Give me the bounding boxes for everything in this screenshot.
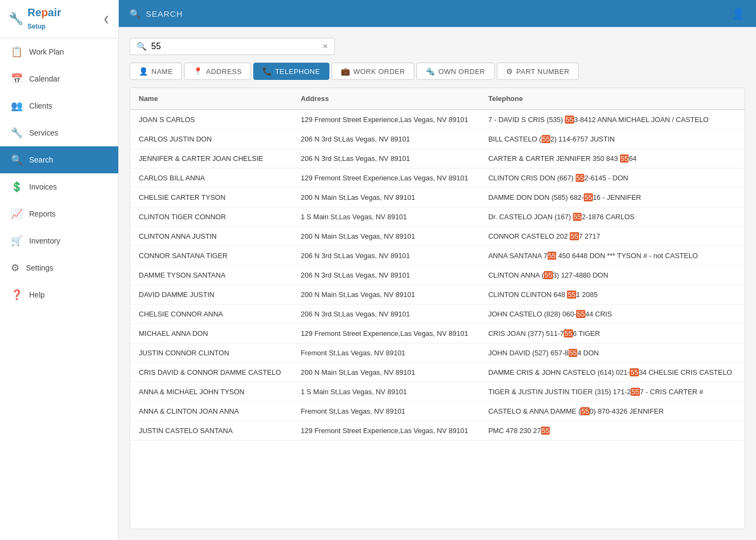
cell-telephone-6: CONNOR CASTELO 202 557 2717	[480, 227, 745, 246]
work-order-tab-icon: 💼	[341, 67, 350, 76]
table-row[interactable]: CARLOS JUSTIN DON206 N 3rd St,Las Vegas,…	[130, 130, 745, 149]
cell-address-15: Fremont St,Las Vegas, NV 89101	[292, 402, 480, 421]
table-header-row: Name Address Telephone	[130, 88, 745, 110]
sidebar-item-label-search: Search	[29, 156, 53, 164]
search-bar: 🔍 ×	[130, 38, 335, 55]
highlight-text: 55	[580, 407, 589, 415]
logo-text: RepairSetup	[28, 6, 61, 31]
cell-address-9: 200 N Main St,Las Vegas, NV 89101	[292, 285, 480, 305]
table-row[interactable]: CLINTON ANNA JUSTIN200 N Main St,Las Veg…	[130, 227, 745, 246]
table-row[interactable]: CRIS DAVID & CONNOR DAMME CASTELO200 N M…	[130, 363, 745, 382]
help-nav-icon: ❓	[11, 289, 23, 301]
highlight-text: 55	[567, 291, 576, 299]
cell-name-3: CARLOS BILL ANNA	[130, 168, 292, 188]
cell-telephone-2: CARTER & CARTER JENNIFER 350 843 5564	[480, 149, 745, 168]
cell-name-14: ANNA & MICHAEL JOHN TYSON	[130, 382, 292, 402]
sidebar-item-reports[interactable]: 📈Reports	[0, 200, 118, 227]
cell-address-12: Fremont St,Las Vegas, NV 89101	[292, 343, 480, 363]
sidebar-item-work-plan[interactable]: 📋Work Plan	[0, 38, 118, 65]
cell-name-9: DAVID DAMME JUSTIN	[130, 285, 292, 305]
table-row[interactable]: JUSTIN CONNOR CLINTONFremont St,Las Vega…	[130, 343, 745, 363]
search-tabs: 👤NAME📍ADDRESS📞TELEPHONE💼WORK ORDER🔩OWN O…	[130, 63, 745, 80]
sidebar-item-label-invoices: Invoices	[29, 183, 57, 191]
cell-name-15: ANNA & CLINTON JOAN ANNA	[130, 402, 292, 421]
search-input[interactable]	[151, 42, 319, 51]
table-row[interactable]: JOAN S CARLOS129 Fremont Street Experien…	[130, 110, 745, 130]
part-number-tab-label: PART NUMBER	[516, 68, 570, 76]
highlight-text: 55	[569, 349, 577, 357]
cell-telephone-10: JOHN CASTELO (828) 060-5544 CRIS	[480, 305, 745, 324]
sidebar-item-services[interactable]: 🔧Services	[0, 119, 118, 146]
address-tab-label: ADDRESS	[206, 68, 242, 76]
cell-telephone-3: CLINTON CRIS DON (667) 552-6145 - DON	[480, 168, 745, 188]
table-row[interactable]: ANNA & MICHAEL JOHN TYSON1 S Main St,Las…	[130, 382, 745, 402]
sidebar-item-invoices[interactable]: 💲Invoices	[0, 173, 118, 200]
sidebar-item-label-inventory: Inventory	[29, 237, 60, 245]
sidebar-item-calendar[interactable]: 📅Calendar	[0, 65, 118, 92]
tab-telephone[interactable]: 📞TELEPHONE	[253, 63, 329, 80]
cell-name-4: CHELSIE CARTER TYSON	[130, 188, 292, 207]
sidebar-item-label-reports: Reports	[29, 210, 56, 218]
tab-part-number[interactable]: ⚙PART NUMBER	[497, 63, 579, 80]
highlight-text: 55	[544, 271, 552, 279]
highlight-text: 55	[576, 174, 584, 182]
tab-address[interactable]: 📍ADDRESS	[184, 63, 251, 80]
cell-name-12: JUSTIN CONNOR CLINTON	[130, 343, 292, 363]
highlight-text: 55	[584, 193, 592, 201]
table-row[interactable]: CARLOS BILL ANNA129 Fremont Street Exper…	[130, 168, 745, 188]
cell-name-11: MICHAEL ANNA DON	[130, 324, 292, 343]
clear-search-button[interactable]: ×	[323, 42, 328, 51]
work-order-tab-label: WORK ORDER	[353, 68, 405, 76]
table-row[interactable]: CHELSIE CARTER TYSON200 N Main St,Las Ve…	[130, 188, 745, 207]
sidebar-item-clients[interactable]: 👥Clients	[0, 92, 118, 119]
highlight-text: 55	[564, 329, 572, 338]
cell-name-5: CLINTON TIGER CONNOR	[130, 207, 292, 227]
table-row[interactable]: JENNIFER & CARTER JOAN CHELSIE206 N 3rd …	[130, 149, 745, 168]
table-row[interactable]: CONNOR SANTANA TIGER206 N 3rd St,Las Veg…	[130, 246, 745, 266]
cell-telephone-14: TIGER & JUSTIN JUSTIN TIGER (315) 171-25…	[480, 382, 745, 402]
services-nav-icon: 🔧	[11, 127, 23, 139]
cell-telephone-15: CASTELO & ANNA DAMME (550) 870-4326 JENN…	[480, 402, 745, 421]
search-icon-sm: 🔍	[137, 42, 147, 51]
sidebar-item-inventory[interactable]: 🛒Inventory	[0, 227, 118, 254]
sidebar-item-settings[interactable]: ⚙Settings	[0, 254, 118, 281]
sidebar-item-label-services: Services	[29, 129, 58, 137]
table-row[interactable]: ANNA & CLINTON JOAN ANNAFremont St,Las V…	[130, 402, 745, 421]
sidebar-item-search[interactable]: 🔍Search	[0, 146, 118, 173]
highlight-text: 55	[631, 388, 639, 396]
sidebar-item-help[interactable]: ❓Help	[0, 281, 118, 308]
settings-nav-icon: ⚙	[11, 262, 19, 274]
sidebar-nav: 📋Work Plan📅Calendar👥Clients🔧Services🔍Sea…	[0, 38, 118, 308]
name-tab-icon: 👤	[139, 67, 148, 76]
table-row[interactable]: CHELSIE CONNOR ANNA206 N 3rd St,Las Vega…	[130, 305, 745, 324]
collapse-sidebar-button[interactable]: ❮	[103, 15, 110, 23]
highlight-text: 55	[548, 252, 556, 260]
col-name: Name	[130, 88, 292, 110]
cell-address-2: 206 N 3rd St,Las Vegas, NV 89101	[292, 149, 480, 168]
col-address: Address	[292, 88, 480, 110]
table-row[interactable]: DAMME TYSON SANTANA206 N 3rd St,Las Vega…	[130, 266, 745, 285]
topbar-user-icon[interactable]: 👤	[732, 7, 745, 20]
highlight-text: 55	[576, 310, 585, 318]
highlight-text: 55	[542, 135, 550, 143]
logo-icon: 🔧	[9, 12, 23, 26]
table-row[interactable]: JUSTIN CASTELO SANTANA129 Fremont Street…	[130, 421, 745, 441]
telephone-tab-icon: 📞	[262, 67, 272, 76]
results-table[interactable]: Name Address Telephone JOAN S CARLOS129 …	[130, 87, 745, 529]
sidebar-item-label-work-plan: Work Plan	[29, 48, 64, 56]
table-row[interactable]: CLINTON TIGER CONNOR1 S Main St,Las Vega…	[130, 207, 745, 227]
cell-address-14: 1 S Main St,Las Vegas, NV 89101	[292, 382, 480, 402]
telephone-tab-label: TELEPHONE	[275, 68, 320, 76]
tab-own-order[interactable]: 🔩OWN ORDER	[416, 63, 494, 80]
highlight-text: 55	[541, 427, 550, 435]
tab-name[interactable]: 👤NAME	[130, 63, 182, 80]
cell-telephone-16: PMC 478 230 2755	[480, 421, 745, 441]
cell-name-7: CONNOR SANTANA TIGER	[130, 246, 292, 266]
table-row[interactable]: MICHAEL ANNA DON129 Fremont Street Exper…	[130, 324, 745, 343]
cell-telephone-12: JOHN DAVID (527) 657-8554 DON	[480, 343, 745, 363]
content-area: 🔍 × 👤NAME📍ADDRESS📞TELEPHONE💼WORK ORDER🔩O…	[119, 27, 756, 540]
cell-name-13: CRIS DAVID & CONNOR DAMME CASTELO	[130, 363, 292, 382]
cell-address-8: 206 N 3rd St,Las Vegas, NV 89101	[292, 266, 480, 285]
table-row[interactable]: DAVID DAMME JUSTIN200 N Main St,Las Vega…	[130, 285, 745, 305]
tab-work-order[interactable]: 💼WORK ORDER	[332, 63, 415, 80]
